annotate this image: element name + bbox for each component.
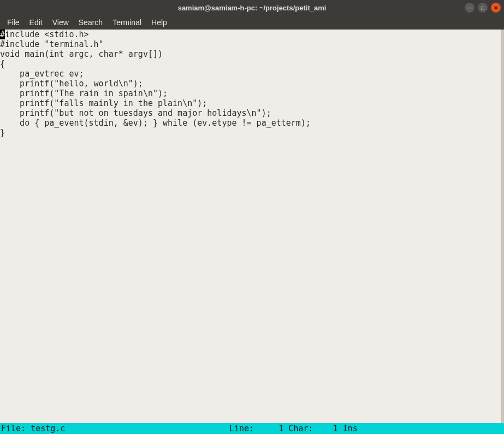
menu-help[interactable]: Help <box>146 16 172 28</box>
statusbar: File: testg.c Line: 1 Char: 1 Ins <box>0 423 504 434</box>
code-line: } <box>0 128 501 138</box>
code-line: void main(int argc, char* argv[]) <box>0 49 501 59</box>
code-line: printf("hello, world\n"); <box>0 79 501 89</box>
status-file-name: testg.c <box>31 424 65 433</box>
menu-file[interactable]: File <box>2 16 25 28</box>
code-line: { <box>0 59 501 69</box>
status-line-label: Line: <box>229 424 254 433</box>
minimize-button[interactable]: ─ <box>465 3 475 13</box>
code-text: include <stdio.h> <box>5 30 89 39</box>
status-line-value: 1 <box>254 424 283 433</box>
code-line: printf("falls mainly in the plain\n"); <box>0 98 501 108</box>
window-controls: ─ □ ✕ <box>465 3 501 13</box>
window-titlebar: samiam@samiam-h-pc: ~/projects/petit_ami… <box>0 0 504 15</box>
status-file-label: File: <box>1 424 31 433</box>
close-button[interactable]: ✕ <box>491 3 501 13</box>
menu-terminal[interactable]: Terminal <box>108 16 146 28</box>
window-title: samiam@samiam-h-pc: ~/projects/petit_ami <box>178 4 327 12</box>
menu-edit[interactable]: Edit <box>25 16 48 28</box>
code-line: pa_evtrec ev; <box>0 69 501 79</box>
editor-area[interactable]: #include <stdio.h>#include "terminal.h"v… <box>0 30 504 423</box>
minimize-icon: ─ <box>467 5 471 11</box>
code-line: do { pa_event(stdin, &ev); } while (ev.e… <box>0 118 501 128</box>
status-mode: Ins <box>338 424 358 433</box>
text-cursor: # <box>0 30 5 39</box>
menubar: File Edit View Search Terminal Help <box>0 15 504 30</box>
status-char-label: Char: <box>283 424 313 433</box>
code-line: printf("The rain in spain\n"); <box>0 89 501 98</box>
status-char-value: 1 <box>313 424 338 433</box>
menu-search[interactable]: Search <box>74 16 108 28</box>
code-line: #include "terminal.h" <box>0 39 501 49</box>
close-icon: ✕ <box>494 5 498 11</box>
code-line: printf("but not on tuesdays and major ho… <box>0 108 501 118</box>
menu-view[interactable]: View <box>48 16 74 28</box>
code-line: #include <stdio.h> <box>0 30 501 39</box>
maximize-button[interactable]: □ <box>478 3 488 13</box>
maximize-icon: □ <box>481 5 484 11</box>
